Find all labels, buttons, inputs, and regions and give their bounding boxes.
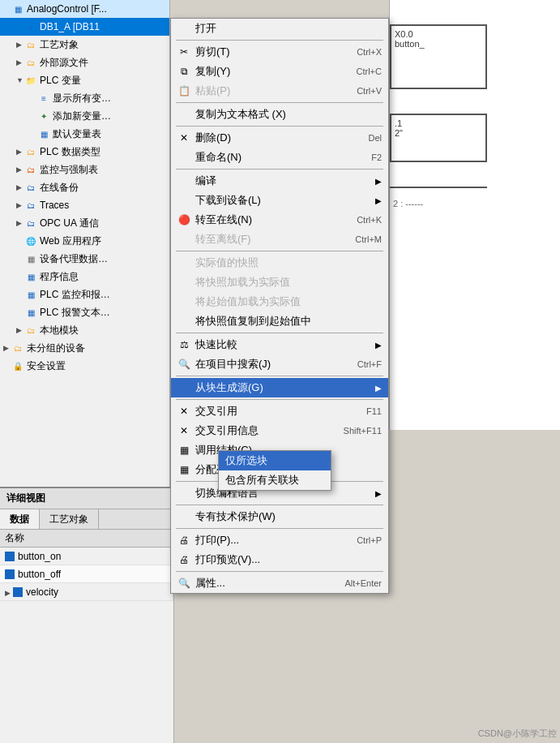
menu-icon-copy: ⧉ <box>176 63 192 79</box>
menu-item-go-offline[interactable]: 转至离线(F)Ctrl+M <box>171 230 388 249</box>
menu-item-cut[interactable]: ✂剪切(T)Ctrl+X <box>171 42 388 62</box>
menu-item-cross-ref[interactable]: ✕交叉引用F11 <box>171 402 388 421</box>
submenu-item-only-selection[interactable]: 仅所选块 <box>219 451 331 470</box>
menu-label-load-start: 将起始值加载为实际值 <box>195 294 301 309</box>
menu-item-snapshot[interactable]: 实际值的快照 <box>171 253 388 273</box>
menu-item-protect[interactable]: 专有技术保护(W) <box>171 507 388 526</box>
menu-icon-print: 🖨 <box>176 532 192 548</box>
tree-label: 外部源文件 <box>40 56 88 70</box>
tab-data[interactable]: 数据 <box>0 509 40 529</box>
menu-separator-sep7 <box>176 376 383 376</box>
menu-item-download[interactable]: 下载到设备(L)▶ <box>171 191 388 210</box>
arrow-switch-lang: ▶ <box>375 489 382 498</box>
row-name: button_off <box>18 569 61 580</box>
tree-item-default-table[interactable]: ▦ 默认变量表 <box>0 125 169 143</box>
tree-icon: 🗂 <box>24 163 37 176</box>
tree-item-external[interactable]: ▶ 🗂 外部源文件 <box>0 54 169 71</box>
menu-separator-sep3 <box>176 126 383 127</box>
menu-icon-copy-text <box>176 106 192 122</box>
tree-item-show-all[interactable]: ≡ 显示所有变… <box>0 89 169 107</box>
submenu-label-all-related: 包含所有关联块 <box>225 473 299 487</box>
shortcut-paste: Ctrl+V <box>357 86 382 96</box>
menu-item-delete[interactable]: ✕删除(D)Del <box>171 128 388 148</box>
tree-icon: 🗂 <box>24 145 37 158</box>
tree-item-opcua[interactable]: ▶ 🗂 OPC UA 通信 <box>0 214 169 232</box>
tree-arrow: ▶ <box>16 148 24 156</box>
tree-item-monitor[interactable]: ▶ 🗂 监控与强制表 <box>0 161 169 178</box>
arrow-gen-source: ▶ <box>375 384 382 393</box>
menu-item-search-project[interactable]: 🔍在项目中搜索(J)Ctrl+F <box>171 354 388 374</box>
row-arrow: ▶ <box>5 589 13 597</box>
tree-item-security[interactable]: 🔒 安全设置 <box>0 357 169 375</box>
menu-item-copy-text[interactable]: 复制为文本格式 (X) <box>171 105 388 124</box>
tree-label: OPC UA 通信 <box>40 217 99 230</box>
menu-icon-rename <box>176 149 192 165</box>
menu-item-load-snap[interactable]: 将快照加载为实际值 <box>171 273 388 292</box>
menu-item-copy-snap[interactable]: 将快照值复制到起始值中 <box>171 311 388 331</box>
menu-icon-protect <box>176 509 192 525</box>
tree-item-analogcontrol[interactable]: ▦ AnalogControl [F... <box>0 0 169 18</box>
menu-icon-properties: 🔍 <box>176 575 192 591</box>
tree-item-gongyi[interactable]: ▶ 🗂 工艺对象 <box>0 36 169 54</box>
tree-label: DB1_A [DB11 <box>40 21 100 32</box>
menu-item-print-preview[interactable]: 🖨打印预览(V)... <box>171 550 388 569</box>
menu-item-paste[interactable]: 📋粘贴(P)Ctrl+V <box>171 81 388 101</box>
menu-icon-search-project: 🔍 <box>176 356 192 372</box>
menu-item-copy[interactable]: ⧉复制(Y)Ctrl+C <box>171 62 388 81</box>
shortcut-go-online: Ctrl+K <box>357 215 382 225</box>
submenu-item-all-related[interactable]: 包含所有关联块 <box>219 470 331 490</box>
table-row[interactable]: button_on <box>0 548 173 565</box>
tree-label: 未分组的设备 <box>27 341 85 355</box>
arrow-quick-compare: ▶ <box>375 341 382 350</box>
menu-item-cross-info[interactable]: ✕交叉引用信息Shift+F11 <box>171 421 388 440</box>
tree-item-local-module[interactable]: ▶ 🗂 本地模块 <box>0 321 169 339</box>
menu-separator-sep4 <box>176 169 383 170</box>
menu-label-search-project: 在项目中搜索(J) <box>195 357 271 372</box>
menu-icon-print-preview: 🖨 <box>176 552 192 568</box>
tree-item-backup[interactable]: ▶ 🗂 在线备份 <box>0 178 169 196</box>
menu-item-compile[interactable]: 编译▶ <box>171 171 388 191</box>
shortcut-rename: F2 <box>371 152 382 162</box>
menu-label-delete: 删除(D) <box>195 131 231 145</box>
menu-icon-download <box>176 192 192 208</box>
tree-item-traces[interactable]: ▶ 🗂 Traces <box>0 196 169 214</box>
tree-item-ungroup[interactable]: ▶ 🗂 未分组的设备 <box>0 339 169 357</box>
menu-item-open[interactable]: 打开 <box>171 19 388 38</box>
menu-item-print[interactable]: 🖨打印(P)...Ctrl+P <box>171 530 388 550</box>
tree-item-device-agent[interactable]: ▦ 设备代理数据… <box>0 250 169 268</box>
tree-icon: ▦ <box>24 288 37 301</box>
submenu-label-only-selection: 仅所选块 <box>225 453 267 468</box>
menu-item-load-start[interactable]: 将起始值加载为实际值 <box>171 292 388 311</box>
tree-item-plc-var[interactable]: ▼ 📁 PLC 变量 <box>0 71 169 89</box>
tree-item-web[interactable]: 🌐 Web 应用程序 <box>0 232 169 250</box>
table-row[interactable]: button_off <box>0 565 173 583</box>
detail-table: 名称 button_onbutton_off▶velocity <box>0 530 173 601</box>
menu-item-go-online[interactable]: 🔴转至在线(N)Ctrl+K <box>171 210 388 230</box>
submenu-gen-source: 仅所选块包含所有关联块 <box>218 450 331 491</box>
menu-label-open: 打开 <box>195 21 216 36</box>
menu-item-gen-source[interactable]: 从块生成源(G)▶ <box>171 378 388 397</box>
menu-separator-sep5 <box>176 251 383 251</box>
shortcut-cross-ref: F11 <box>366 406 382 416</box>
tree-label: 本地模块 <box>40 324 79 337</box>
tree-item-add-var[interactable]: ✦ 添加新变量… <box>0 107 169 125</box>
menu-item-rename[interactable]: 重命名(N)F2 <box>171 148 388 167</box>
tree-icon: 🗂 <box>24 38 37 51</box>
tree-item-plc-datatype[interactable]: ▶ 🗂 PLC 数据类型 <box>0 143 169 161</box>
menu-icon-copy-snap <box>176 313 192 329</box>
menu-icon-delete: ✕ <box>176 130 192 146</box>
menu-label-go-online: 转至在线(N) <box>195 213 252 227</box>
tree-item-plc-alarm[interactable]: ▦ PLC 报警文本… <box>0 303 169 321</box>
menu-item-quick-compare[interactable]: ⚖快速比較▶ <box>171 335 388 354</box>
tree-label: 程序信息 <box>40 270 79 284</box>
tree-item-plc-monitor[interactable]: ▦ PLC 监控和报… <box>0 286 169 303</box>
menu-icon-go-online: 🔴 <box>176 212 192 228</box>
menu-item-properties[interactable]: 🔍属性...Alt+Enter <box>171 573 388 593</box>
tree-label: 工艺对象 <box>40 38 79 52</box>
tree-item-prog-info[interactable]: ▦ 程序信息 <box>0 268 169 286</box>
table-row[interactable]: ▶velocity <box>0 583 173 601</box>
tree-label: 设备代理数据… <box>40 252 108 266</box>
menu-icon-call-struct: ▦ <box>176 442 192 458</box>
tree-item-db1_a[interactable]: ▪ DB1_A [DB11 <box>0 18 169 36</box>
tab-gongyi[interactable]: 工艺对象 <box>40 509 99 529</box>
